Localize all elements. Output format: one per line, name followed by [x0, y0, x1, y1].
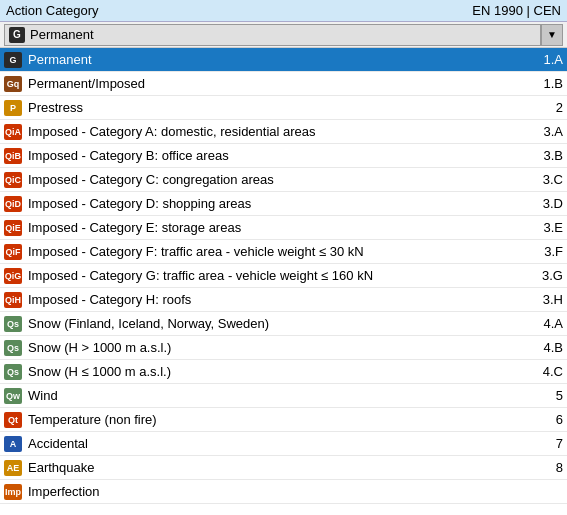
item-label: Snow (H > 1000 m a.s.l.)	[28, 340, 525, 355]
item-badge: QiB	[4, 148, 22, 164]
list-item[interactable]: PPrestress2	[0, 96, 567, 120]
item-badge: QiE	[4, 220, 22, 236]
dropdown-row[interactable]: G Permanent ▼	[0, 22, 567, 48]
item-badge: Imp	[4, 484, 22, 500]
item-code: 3.C	[533, 172, 563, 187]
item-code: 5	[533, 388, 563, 403]
item-code: 4.A	[533, 316, 563, 331]
item-label: Imposed - Category G: traffic area - veh…	[28, 268, 525, 283]
list-container: GPermanent1.AGqPermanent/Imposed1.BPPres…	[0, 48, 567, 515]
item-label: Permanent/Imposed	[28, 76, 525, 91]
item-code: 7	[533, 436, 563, 451]
header: Action Category EN 1990 | CEN	[0, 0, 567, 22]
item-badge: QiC	[4, 172, 22, 188]
item-label: Earthquake	[28, 460, 525, 475]
list-item[interactable]: GPermanent1.A	[0, 48, 567, 72]
list-item[interactable]: QiGImposed - Category G: traffic area - …	[0, 264, 567, 288]
dropdown-badge: G	[9, 27, 25, 43]
item-code: 1.B	[533, 76, 563, 91]
list-item[interactable]: QiAImposed - Category A: domestic, resid…	[0, 120, 567, 144]
item-badge: Gq	[4, 76, 22, 92]
item-badge: QiG	[4, 268, 22, 284]
list-item[interactable]: QiFImposed - Category F: traffic area - …	[0, 240, 567, 264]
item-badge: AE	[4, 460, 22, 476]
item-label: Temperature (non fire)	[28, 412, 525, 427]
header-title: Action Category	[6, 3, 99, 18]
item-code: 3.H	[533, 292, 563, 307]
item-code: 3.F	[533, 244, 563, 259]
list-item[interactable]: QtTemperature (non fire)6	[0, 408, 567, 432]
list-item[interactable]: QiHImposed - Category H: roofs3.H	[0, 288, 567, 312]
item-badge: P	[4, 100, 22, 116]
item-label: Imperfection	[28, 484, 525, 499]
item-badge: Qs	[4, 340, 22, 356]
list-item[interactable]: AAccidental7	[0, 432, 567, 456]
item-label: Snow (H ≤ 1000 m a.s.l.)	[28, 364, 525, 379]
list-item[interactable]: AEEarthquake8	[0, 456, 567, 480]
item-badge: G	[4, 52, 22, 68]
item-label: Imposed - Category E: storage areas	[28, 220, 525, 235]
list-item[interactable]: QiDImposed - Category D: shopping areas3…	[0, 192, 567, 216]
item-code: 4.B	[533, 340, 563, 355]
item-badge: Qw	[4, 388, 22, 404]
item-code: 3.G	[533, 268, 563, 283]
list-item[interactable]: QiBImposed - Category B: office areas3.B	[0, 144, 567, 168]
item-badge: Qs	[4, 364, 22, 380]
item-code: 3.D	[533, 196, 563, 211]
item-code: 3.B	[533, 148, 563, 163]
item-code: 4.C	[533, 364, 563, 379]
list-item[interactable]: QiEImposed - Category E: storage areas3.…	[0, 216, 567, 240]
item-label: Imposed - Category A: domestic, resident…	[28, 124, 525, 139]
item-badge: QiF	[4, 244, 22, 260]
item-badge: A	[4, 436, 22, 452]
item-code: 2	[533, 100, 563, 115]
dropdown-label: Permanent	[30, 27, 94, 42]
item-code: 3.E	[533, 220, 563, 235]
item-label: Prestress	[28, 100, 525, 115]
item-label: Imposed - Category F: traffic area - veh…	[28, 244, 525, 259]
item-code: 3.A	[533, 124, 563, 139]
item-badge: Qs	[4, 316, 22, 332]
list-item[interactable]: QiCImposed - Category C: congregation ar…	[0, 168, 567, 192]
item-badge: QiA	[4, 124, 22, 140]
item-label: Imposed - Category B: office areas	[28, 148, 525, 163]
list-item[interactable]: QwWind5	[0, 384, 567, 408]
header-norm: EN 1990 | CEN	[472, 3, 561, 18]
list-item[interactable]: GqPermanent/Imposed1.B	[0, 72, 567, 96]
item-code: 6	[533, 412, 563, 427]
item-label: Imposed - Category H: roofs	[28, 292, 525, 307]
item-label: Wind	[28, 388, 525, 403]
item-label: Permanent	[28, 52, 525, 67]
list-item[interactable]: ImpImperfection	[0, 480, 567, 504]
item-badge: Qt	[4, 412, 22, 428]
item-label: Imposed - Category C: congregation areas	[28, 172, 525, 187]
item-badge: QiD	[4, 196, 22, 212]
list-item[interactable]: QsSnow (H ≤ 1000 m a.s.l.)4.C	[0, 360, 567, 384]
dropdown-select[interactable]: G Permanent	[4, 24, 541, 46]
item-badge: QiH	[4, 292, 22, 308]
list-item[interactable]: QsSnow (H > 1000 m a.s.l.)4.B	[0, 336, 567, 360]
dropdown-arrow[interactable]: ▼	[541, 24, 563, 46]
item-label: Snow (Finland, Iceland, Norway, Sweden)	[28, 316, 525, 331]
item-code: 8	[533, 460, 563, 475]
item-code: 1.A	[533, 52, 563, 67]
item-label: Accidental	[28, 436, 525, 451]
list-item[interactable]: QsSnow (Finland, Iceland, Norway, Sweden…	[0, 312, 567, 336]
item-label: Imposed - Category D: shopping areas	[28, 196, 525, 211]
